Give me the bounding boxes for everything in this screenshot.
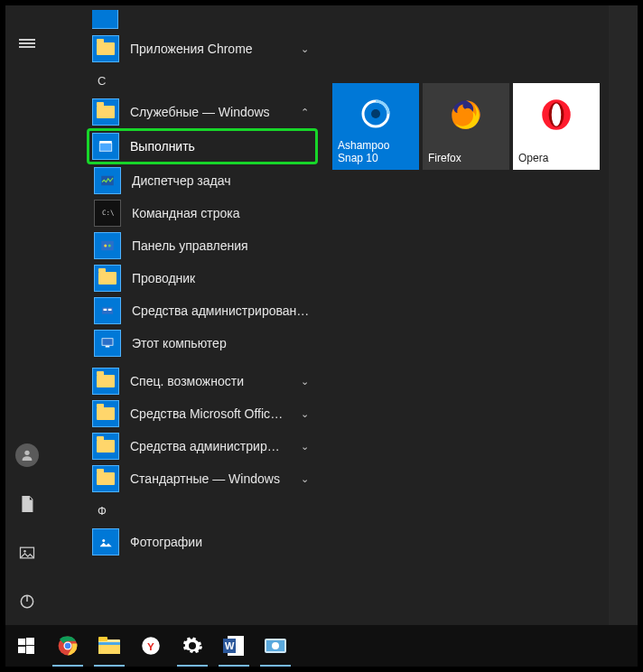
svg-point-10: [104, 245, 107, 247]
hamburger-icon: [19, 37, 35, 50]
start-rail: [5, 5, 49, 627]
gear-icon: [179, 632, 206, 659]
folder-icon: [92, 400, 119, 427]
app-item-taskmgr[interactable]: Диспетчер задач: [87, 164, 318, 197]
group-letter[interactable]: Ф: [87, 495, 318, 526]
power-button[interactable]: [5, 582, 49, 621]
snap-icon: [262, 632, 289, 659]
folder-icon: [92, 433, 119, 460]
app-folder-chrome-apps[interactable]: Приложения Chrome ⌄: [87, 33, 318, 65]
pictures-button[interactable]: [5, 533, 49, 573]
svg-point-11: [108, 245, 111, 247]
svg-point-18: [102, 539, 105, 542]
tile-ashampoo[interactable]: Ashampoo Snap 10: [332, 83, 419, 170]
file-explorer-button[interactable]: [89, 625, 130, 667]
chevron-down-icon: ⌄: [296, 408, 312, 420]
svg-point-20: [371, 109, 380, 118]
app-item-cmd[interactable]: C:\ Командная строка: [87, 197, 318, 229]
start-button[interactable]: [5, 625, 47, 667]
app-item-control[interactable]: Панель управления: [87, 229, 318, 262]
svg-rect-16: [106, 346, 110, 348]
svg-point-31: [65, 643, 71, 649]
chevron-down-icon: ⌄: [296, 376, 312, 387]
app-item-run[interactable]: Выполнить: [87, 128, 318, 164]
admin-icon: [94, 297, 121, 324]
app-label: Стандартные — Windows: [130, 471, 285, 486]
svg-point-0: [24, 451, 29, 455]
svg-point-24: [552, 103, 562, 126]
app-folder-admintools[interactable]: Средства администрирования... ⌄: [87, 430, 318, 462]
svg-rect-13: [104, 309, 107, 311]
chevron-down-icon: ⌄: [296, 43, 312, 55]
svg-rect-6: [99, 141, 112, 143]
control-icon: [94, 232, 121, 259]
svg-rect-27: [18, 647, 25, 653]
ashampoo-icon: [358, 96, 394, 135]
app-item-explorer[interactable]: Проводник: [87, 262, 318, 294]
svg-rect-15: [102, 339, 113, 346]
svg-rect-5: [99, 143, 112, 151]
app-item-thispc[interactable]: Этот компьютер: [87, 327, 318, 359]
start-menu: Приложения Chrome ⌄ С Служебные — Window…: [5, 5, 609, 627]
svg-rect-33: [98, 637, 107, 641]
tile-opera[interactable]: Opera: [513, 83, 600, 170]
folder-icon: [92, 10, 118, 29]
user-button[interactable]: [5, 435, 49, 475]
documents-icon: [18, 495, 36, 513]
app-label: Выполнить: [130, 139, 312, 154]
settings-button[interactable]: [172, 625, 213, 667]
chevron-up-icon: ⌃: [296, 107, 312, 118]
taskmgr-icon: [94, 167, 121, 194]
yandex-icon: Y: [137, 632, 164, 659]
folder-icon: [92, 465, 119, 492]
menu-button[interactable]: [5, 23, 49, 63]
thispc-icon: [94, 330, 121, 357]
app-label: Средства администрирования...: [130, 439, 285, 453]
app-label: Спец. возможности: [130, 374, 285, 388]
user-avatar-icon: [15, 443, 39, 467]
app-label: Диспетчер задач: [132, 173, 312, 188]
photos-icon: [92, 528, 119, 555]
app-item-photos[interactable]: Фотографии: [87, 526, 318, 558]
word-button[interactable]: W: [213, 625, 255, 667]
svg-rect-25: [18, 639, 25, 645]
svg-rect-35: [98, 642, 120, 645]
app-list: Приложения Chrome ⌄ С Служебные — Window…: [87, 5, 318, 627]
folder-icon: [96, 632, 123, 659]
app-label: Проводник: [132, 271, 312, 285]
app-folder-accessibility[interactable]: Спец. возможности ⌄: [87, 365, 318, 397]
app-folder-system-tools[interactable]: Служебные — Windows ⌃: [87, 96, 318, 128]
app-label: Приложения Chrome: [130, 42, 285, 56]
tile-label: Opera: [518, 152, 594, 164]
folder-icon: [92, 368, 119, 395]
power-icon: [18, 593, 36, 611]
svg-rect-26: [26, 638, 34, 645]
app-folder-accessories[interactable]: Стандартные — Windows ⌄: [87, 462, 318, 495]
tile-label: Ashampoo Snap 10: [338, 139, 414, 164]
svg-point-43: [272, 642, 279, 649]
snap-button[interactable]: [255, 625, 296, 667]
svg-text:Y: Y: [147, 640, 154, 652]
tile-label: Firefox: [428, 152, 504, 164]
opera-icon: [537, 96, 575, 136]
chevron-down-icon: ⌄: [296, 441, 312, 453]
app-folder-office[interactable]: Средства Microsoft Office 2016 ⌄: [87, 397, 318, 430]
documents-button[interactable]: [5, 484, 49, 524]
app-label: Служебные — Windows: [130, 105, 285, 119]
svg-text:C:\: C:\: [102, 209, 115, 217]
windows-icon: [18, 638, 34, 654]
pictures-icon: [18, 544, 36, 562]
group-letter[interactable]: С: [87, 65, 318, 96]
taskbar: Y W: [5, 625, 638, 667]
chrome-button[interactable]: [47, 625, 89, 667]
tile-firefox[interactable]: Firefox: [423, 83, 509, 170]
app-item-admintools[interactable]: Средства администрирования Wi...: [87, 294, 318, 327]
explorer-icon: [94, 265, 121, 292]
svg-text:W: W: [225, 640, 235, 651]
chevron-down-icon: ⌄: [296, 473, 312, 485]
app-label: Средства Microsoft Office 2016: [130, 406, 285, 421]
app-label: Панель управления: [132, 238, 312, 253]
chrome-icon: [54, 632, 81, 659]
svg-rect-9: [101, 241, 114, 251]
yandex-button[interactable]: Y: [130, 625, 172, 667]
